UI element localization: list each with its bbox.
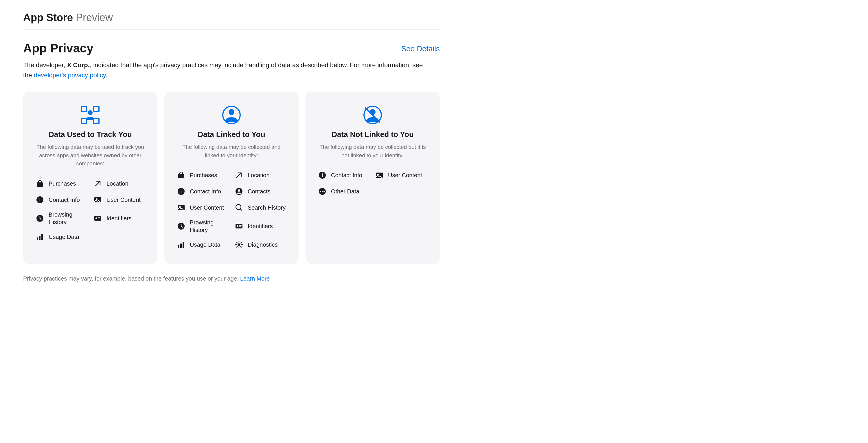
svg-rect-2 <box>82 118 87 124</box>
section-title: App Privacy <box>23 41 93 55</box>
svg-rect-3 <box>94 118 99 124</box>
svg-point-12 <box>95 217 97 219</box>
svg-rect-17 <box>41 234 43 240</box>
cards-container: Data Used to Track You The following dat… <box>23 92 440 264</box>
list-item: BrowsingHistory <box>35 211 88 226</box>
ellipsis-circle-icon <box>317 186 328 197</box>
card-not-linked-icon-area <box>317 106 428 124</box>
arrow-icon-2 <box>234 170 244 180</box>
item-label-identifiers: Identifiers <box>106 214 132 222</box>
list-item: i Contact Info <box>35 195 88 205</box>
svg-rect-1 <box>94 106 99 112</box>
id-card-icon-2 <box>234 221 244 231</box>
list-item: Search History <box>234 202 287 213</box>
info-circle-icon: i <box>35 195 45 205</box>
svg-point-24 <box>238 189 240 192</box>
magnify-icon <box>234 202 244 213</box>
card-track-items: Purchases Location i Contact Info User C… <box>35 178 146 242</box>
list-item: i Contact Info <box>317 170 371 180</box>
header-title: App Store Preview <box>23 11 113 24</box>
svg-point-46 <box>322 191 323 192</box>
svg-point-30 <box>237 225 239 227</box>
person-circle-icon <box>234 186 244 197</box>
learn-more-link[interactable]: Learn More <box>240 275 270 282</box>
svg-point-19 <box>228 109 235 115</box>
privacy-policy-link[interactable]: developer's privacy policy <box>34 71 105 79</box>
id-card-icon <box>93 213 103 224</box>
item-label-purchases: Purchases <box>49 180 76 187</box>
svg-point-4 <box>88 110 93 115</box>
svg-rect-5 <box>37 182 43 187</box>
card-not-linked-subtitle: The following data may be collected but … <box>317 143 428 159</box>
card-linked-subtitle: The following data may be collected and … <box>176 143 287 159</box>
svg-point-47 <box>323 191 324 192</box>
privacy-description: The developer, X Corp., indicated that t… <box>23 60 428 80</box>
svg-rect-32 <box>239 227 241 227</box>
card-not-linked-title: Data Not Linked to You <box>317 130 428 139</box>
list-item: Purchases <box>35 178 88 189</box>
svg-rect-13 <box>98 217 100 218</box>
info-circle-icon-3: i <box>317 170 328 180</box>
section-header: App Privacy See Details <box>23 41 440 55</box>
svg-rect-8 <box>94 197 101 202</box>
list-item: User Content <box>176 202 229 213</box>
svg-rect-14 <box>98 218 100 219</box>
photo-icon-2 <box>176 202 186 213</box>
clock-icon-2 <box>176 221 186 231</box>
bar-chart-icon-2 <box>176 239 186 250</box>
card-linked-title: Data Linked to You <box>176 130 287 139</box>
svg-rect-35 <box>183 242 184 248</box>
list-item: Diagnostics <box>234 239 287 250</box>
card-linked: Data Linked to You The following data ma… <box>164 92 299 264</box>
svg-text:i: i <box>181 189 182 194</box>
item-label-contact-info: Contact Info <box>49 196 80 204</box>
svg-rect-29 <box>236 224 243 229</box>
list-item: Contacts <box>234 186 287 197</box>
track-icon <box>81 106 99 124</box>
clock-icon <box>35 213 45 224</box>
svg-rect-25 <box>178 205 185 210</box>
item-label-location: Location <box>106 180 128 187</box>
list-item: Purchases <box>176 170 229 180</box>
page-header: App Store Preview <box>23 11 440 30</box>
svg-rect-33 <box>178 245 179 248</box>
item-label-user-content: User Content <box>106 196 141 204</box>
see-details-link[interactable]: See Details <box>401 41 440 53</box>
list-item: Usage Data <box>176 239 229 250</box>
footer-privacy-text: Privacy practices may vary, for example,… <box>23 275 440 282</box>
no-person-icon <box>363 106 382 124</box>
svg-rect-42 <box>376 173 383 178</box>
card-linked-icon-area <box>176 106 287 124</box>
svg-point-45 <box>320 191 321 192</box>
item-label-usage-data: Usage Data <box>49 233 79 241</box>
card-linked-items: Purchases Location i Contact Info Contac… <box>176 170 287 250</box>
card-track-title: Data Used to Track You <box>35 130 146 139</box>
svg-point-36 <box>238 243 241 246</box>
svg-rect-34 <box>180 243 182 248</box>
gear-icon <box>234 239 244 250</box>
list-item: i Contact Info <box>176 186 229 197</box>
person-linked-icon <box>222 106 241 124</box>
bar-chart-icon <box>35 232 45 242</box>
svg-rect-11 <box>94 216 101 220</box>
info-circle-icon-2: i <box>176 186 186 197</box>
list-item: Identifiers <box>93 211 146 226</box>
svg-rect-31 <box>239 225 242 226</box>
svg-rect-16 <box>39 236 40 240</box>
list-item: Usage Data <box>35 232 88 242</box>
bag-icon-2 <box>176 170 186 180</box>
list-item: Location <box>234 170 287 180</box>
list-item: User Content <box>374 170 428 180</box>
card-not-linked: Data Not Linked to You The following dat… <box>306 92 440 264</box>
item-label-browsing-history: BrowsingHistory <box>49 211 72 226</box>
card-track: Data Used to Track You The following dat… <box>23 92 157 264</box>
card-not-linked-items: i Contact Info User Content Other Data <box>317 170 428 197</box>
svg-text:i: i <box>39 198 40 202</box>
list-item: Other Data <box>317 186 371 197</box>
list-item: BrowsingHistory <box>176 218 229 234</box>
list-item: Identifiers <box>234 218 287 234</box>
arrow-icon <box>93 178 103 189</box>
photo-icon-3 <box>374 170 384 180</box>
photo-icon <box>93 195 103 205</box>
list-item: Location <box>93 178 146 189</box>
